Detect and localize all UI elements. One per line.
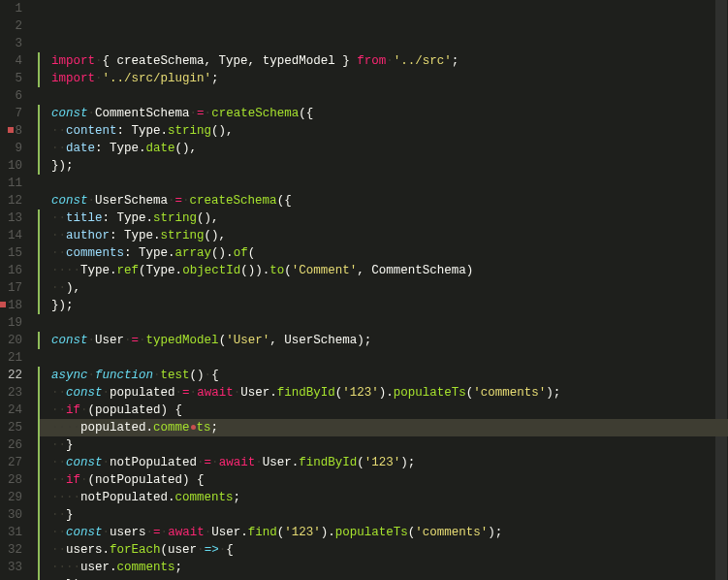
token-punc: ); xyxy=(546,386,560,400)
line-number[interactable]: 19 xyxy=(0,314,26,332)
token-punc: ; xyxy=(211,421,219,435)
line-number[interactable]: 22 xyxy=(0,367,26,384)
code-line[interactable]: ··comments: Type.array().of( xyxy=(38,244,728,262)
code-line[interactable]: ··} xyxy=(38,436,728,454)
line-number[interactable]: 26 xyxy=(0,436,26,454)
token-ws: · xyxy=(190,107,198,120)
diff-marker xyxy=(38,384,40,402)
line-number[interactable]: 9 xyxy=(0,140,26,157)
code-line[interactable]: ··}); xyxy=(38,576,728,580)
token-nm: User xyxy=(263,456,292,469)
code-line[interactable]: }); xyxy=(38,297,728,314)
line-number[interactable]: 24 xyxy=(0,402,26,419)
line-number[interactable]: 18 xyxy=(0,297,26,314)
line-number[interactable]: 23 xyxy=(0,384,26,402)
code-line[interactable]: const·CommentSchema·=·createSchema({ xyxy=(38,105,728,122)
token-ws: ·· xyxy=(51,508,66,522)
diff-marker xyxy=(38,175,40,192)
token-kw2: const xyxy=(51,334,88,347)
line-number[interactable]: 13 xyxy=(0,209,26,227)
line-number[interactable]: 1 xyxy=(0,0,26,17)
token-punc: ( xyxy=(139,264,146,277)
code-line[interactable] xyxy=(38,349,728,367)
line-number[interactable]: 4 xyxy=(0,52,26,70)
line-number[interactable]: 8 xyxy=(0,122,26,140)
line-number[interactable]: 2 xyxy=(0,17,26,35)
line-number[interactable]: 12 xyxy=(0,192,26,209)
line-number[interactable]: 7 xyxy=(0,105,26,122)
code-line[interactable]: ····user.comments; xyxy=(38,559,728,576)
line-number[interactable]: 31 xyxy=(0,524,26,541)
token-nm: users xyxy=(66,543,103,557)
code-line[interactable]: ··author: Type.string(), xyxy=(38,227,728,244)
line-number[interactable]: 25 xyxy=(0,419,26,436)
token-punc: ) { xyxy=(182,473,205,487)
gutter-marker xyxy=(0,441,6,447)
token-nm: Type xyxy=(117,211,146,225)
code-line[interactable] xyxy=(38,175,728,192)
line-number[interactable]: 16 xyxy=(0,262,26,279)
token-punc: . xyxy=(103,543,111,557)
line-number[interactable]: 33 xyxy=(0,559,26,576)
code-content[interactable]: import·{ createSchema, Type, typedModel … xyxy=(34,0,728,580)
code-line[interactable] xyxy=(38,87,728,105)
code-line[interactable]: ··), xyxy=(38,279,728,297)
token-punc: }); xyxy=(51,159,74,173)
diff-marker xyxy=(38,279,40,297)
code-line[interactable]: ····populated.commets; xyxy=(38,419,728,436)
token-kw2: const xyxy=(66,386,103,400)
code-line[interactable]: ··const·populated·=·await·User.findById(… xyxy=(38,384,728,402)
code-line[interactable]: ··} xyxy=(38,506,728,524)
code-line[interactable]: ····Type.ref(Type.objectId()).to('Commen… xyxy=(38,262,728,279)
code-line[interactable]: async·function·test()·{ xyxy=(38,367,728,384)
token-ws: · xyxy=(175,386,183,400)
gutter-marker xyxy=(0,424,6,430)
token-fname: ref xyxy=(117,264,140,277)
code-line[interactable] xyxy=(38,314,728,332)
token-punc: ); xyxy=(400,456,415,469)
line-number[interactable]: 17 xyxy=(0,279,26,297)
token-fname: createSchema xyxy=(211,107,299,120)
token-punc: : xyxy=(103,211,117,225)
line-number[interactable]: 21 xyxy=(0,349,26,367)
code-line[interactable]: ··const·notPopulated·=·await·User.findBy… xyxy=(38,454,728,471)
code-line[interactable]: ··users.forEach(user·=>·{ xyxy=(38,541,728,559)
token-fname: ts xyxy=(197,421,211,435)
line-number[interactable]: 14 xyxy=(0,227,26,244)
token-kw: import xyxy=(51,54,95,68)
code-line[interactable]: ··const·users·=·await·User.find('123').p… xyxy=(38,524,728,541)
line-number[interactable]: 29 xyxy=(0,489,26,506)
line-number[interactable]: 27 xyxy=(0,454,26,471)
token-fname: objectId xyxy=(182,264,240,277)
code-editor[interactable]: 1234567891011121314151617181920212223242… xyxy=(0,0,728,580)
token-prop: comments xyxy=(66,246,124,260)
line-number[interactable]: 3 xyxy=(0,35,26,52)
token-fname: findById xyxy=(277,386,335,400)
line-number[interactable]: 10 xyxy=(0,157,26,175)
line-number[interactable]: 28 xyxy=(0,471,26,489)
line-number[interactable]: 20 xyxy=(0,332,26,349)
code-line[interactable]: import·{ createSchema, Type, typedModel … xyxy=(38,52,728,70)
line-number[interactable]: 30 xyxy=(0,506,26,524)
token-punc: , xyxy=(269,334,284,347)
line-number[interactable]: 15 xyxy=(0,244,26,262)
code-line[interactable]: ··title: Type.string(), xyxy=(38,209,728,227)
line-number[interactable]: 5 xyxy=(0,70,26,87)
code-line[interactable]: import·'../src/plugin'; xyxy=(38,70,728,87)
token-ws: · xyxy=(197,543,205,557)
line-number[interactable]: 32 xyxy=(0,541,26,559)
code-line[interactable]: ··content: Type.string(), xyxy=(38,122,728,140)
token-punc: : xyxy=(124,246,139,260)
code-line[interactable]: ····notPopulated.comments; xyxy=(38,489,728,506)
code-line[interactable]: ··date: Type.date(), xyxy=(38,140,728,157)
code-line[interactable]: const·User·=·typedModel('User', UserSche… xyxy=(38,332,728,349)
line-number[interactable]: 11 xyxy=(0,175,26,192)
code-line[interactable]: ··if·(populated) { xyxy=(38,402,728,419)
line-number[interactable]: 6 xyxy=(0,87,26,105)
code-line[interactable]: const·UserSchema·=·createSchema({ xyxy=(38,192,728,209)
code-line[interactable]: }); xyxy=(38,157,728,175)
token-fname: populateTs xyxy=(335,526,408,539)
code-line[interactable]: ··if·(notPopulated) { xyxy=(38,471,728,489)
token-punc: ( xyxy=(248,246,256,260)
token-fname: string xyxy=(168,124,211,138)
